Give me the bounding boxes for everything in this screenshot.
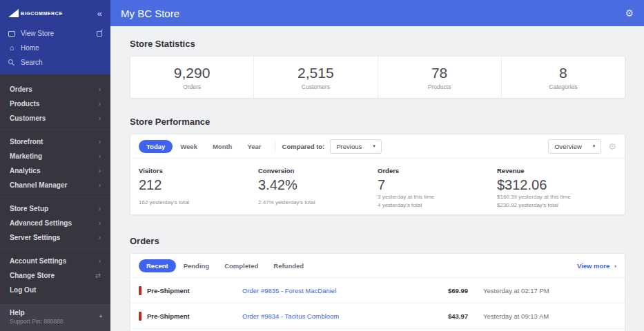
metric-value: 7 [378, 177, 490, 193]
sidebar-item-marketing[interactable]: Marketing › [0, 149, 110, 163]
compared-to-select[interactable]: Previous ▾ [330, 139, 381, 154]
tab-today[interactable]: Today [139, 140, 173, 153]
chevron-right-icon: › [99, 181, 101, 189]
sidebar-item-label: View Store [21, 30, 54, 37]
menu-group-marketing: Storefront › Marketing › Analytics › Cha… [0, 130, 110, 197]
gear-icon[interactable]: ⚙ [608, 142, 616, 151]
sidebar-item-customers[interactable]: Customers › [0, 111, 110, 126]
overview-value: Overview [554, 143, 582, 150]
performance-toolbar: Today Week Month Year Compared to: Previ… [130, 134, 625, 158]
table-row: Pre-Shipment Order #9835 - Forest MacDan… [130, 277, 625, 303]
main-area: My BC Store ⚙ Store Statistics 9,290 Ord… [110, 0, 644, 331]
tab-completed[interactable]: Completed [217, 259, 266, 272]
storefront-icon [8, 31, 15, 37]
sidebar-item-server-settings[interactable]: Server Settings › [0, 230, 110, 245]
tab-year[interactable]: Year [240, 140, 269, 153]
metric-value: 212 [139, 177, 251, 193]
table-row: Pre-Shipment Order #9834 - Tacitus Cornb… [130, 303, 625, 328]
sidebar-item-orders[interactable]: Orders › [0, 82, 110, 97]
tab-recent[interactable]: Recent [139, 259, 176, 272]
chevron-right-icon: › [99, 138, 101, 146]
home-icon: ⌂ [8, 44, 15, 52]
compared-to-value: Previous [336, 143, 362, 150]
metric-conversion: Conversion 3.42% 2.47% yesterday's total [258, 167, 378, 207]
metric-subtext: 162 yesterday's total [139, 199, 251, 207]
chevron-right-icon: › [99, 167, 101, 174]
sidebar-item-store-setup[interactable]: Store Setup › [0, 201, 110, 216]
chevron-down-icon: ▾ [373, 143, 375, 149]
tab-week[interactable]: Week [173, 140, 205, 153]
metric-revenue: Revenue $312.06 $160.39 yesterday at thi… [497, 167, 616, 207]
chevron-right-icon: › [99, 152, 101, 160]
help-label: Help [10, 309, 101, 317]
sidebar-item-analytics[interactable]: Analytics › [0, 163, 110, 178]
sidebar-item-search[interactable]: Search [0, 55, 110, 70]
sidebar-item-account-settings[interactable]: Account Settings › [0, 254, 110, 268]
chevron-right-icon: › [614, 263, 616, 270]
menu-item-label: Server Settings [10, 234, 60, 241]
order-link[interactable]: Order #9835 - Forest MacDaniel [242, 287, 416, 294]
metric-label: Visitors [139, 167, 251, 174]
menu-item-label: Store Setup [10, 205, 48, 212]
status-label: Pre-Shipment [147, 287, 190, 294]
sidebar-item-label: Search [21, 59, 43, 66]
overview-select[interactable]: Overview ▾ [548, 139, 601, 154]
metric-label: Conversion [258, 167, 371, 174]
tab-refunded[interactable]: Refunded [266, 259, 311, 272]
table-row: Completed Order #9833 - Robert Robertson… [130, 328, 625, 331]
sidebar-collapse-icon[interactable]: « [97, 9, 102, 18]
bigcommerce-sail-icon [8, 9, 19, 17]
store-title: My BC Store [121, 8, 179, 19]
chevron-right-icon: › [99, 205, 101, 212]
metric-label: Orders [378, 167, 490, 174]
sidebar-item-storefront[interactable]: Storefront › [0, 134, 110, 149]
search-icon [8, 59, 15, 66]
compared-to-label: Compared to: [282, 143, 325, 150]
sidebar-item-log-out[interactable]: Log Out [0, 283, 110, 297]
stat-value: 78 [431, 65, 447, 81]
chevron-up-icon: ▴ [99, 312, 102, 319]
sidebar-item-change-store[interactable]: Change Store ⇄ [0, 268, 110, 283]
support-pin: Support Pin: 888888 [10, 318, 101, 325]
sidebar-item-channel-manager[interactable]: Channel Manager › [0, 178, 110, 192]
swap-arrows-icon: ⇄ [95, 272, 101, 279]
stat-label: Orders [183, 83, 201, 90]
gear-icon[interactable]: ⚙ [625, 8, 634, 18]
top-header-bar: My BC Store ⚙ [110, 0, 644, 26]
sidebar-item-view-store[interactable]: View Store [0, 26, 110, 41]
menu-item-label: Marketing [10, 152, 42, 160]
sidebar-item-products[interactable]: Products › [0, 97, 110, 111]
status-color-bar [139, 286, 142, 295]
metric-orders: Orders 7 3 yesterday at this time 4 yest… [378, 167, 497, 207]
tab-pending[interactable]: Pending [176, 259, 217, 272]
stat-customers: 2,515 Customers [254, 57, 378, 98]
toolbar-divider [275, 141, 275, 152]
chevron-right-icon: › [99, 114, 101, 122]
sidebar: BIGCOMMERCE « View Store ⌂ Home Search [0, 0, 110, 331]
sidebar-item-advanced-settings[interactable]: Advanced Settings › [0, 216, 110, 230]
performance-metrics: Visitors 212 162 yesterday's total Conve… [130, 158, 625, 214]
stat-orders: 9,290 Orders [130, 57, 254, 98]
view-more-label: View more [577, 262, 609, 270]
dashboard-content: Store Statistics 9,290 Orders 2,515 Cust… [110, 26, 644, 331]
store-performance-heading: Store Performance [130, 117, 625, 128]
metric-label: Revenue [497, 167, 609, 174]
logo-wordmark: BIGCOMMERCE [21, 11, 63, 16]
sidebar-item-label: Home [21, 44, 39, 52]
chevron-right-icon: › [99, 257, 101, 265]
order-date: Yesterday at 09:13 AM [468, 312, 616, 320]
chevron-right-icon: › [99, 100, 101, 108]
sidebar-item-home[interactable]: ⌂ Home [0, 41, 110, 55]
help-panel[interactable]: Help Support Pin: 888888 ▴ [0, 304, 110, 331]
stat-categories: 8 Categories [502, 57, 625, 98]
order-amount: $69.99 [416, 287, 468, 294]
order-link[interactable]: Order #9834 - Tacitus Cornbloom [242, 312, 416, 320]
order-status: Pre-Shipment [139, 312, 242, 321]
menu-item-label: Customers [10, 114, 46, 122]
view-more-link[interactable]: View more › [577, 262, 616, 270]
bigcommerce-logo: BIGCOMMERCE [8, 9, 63, 17]
chevron-right-icon: › [99, 219, 101, 227]
tab-month[interactable]: Month [205, 140, 240, 153]
stat-value: 2,515 [297, 65, 334, 81]
order-date: Yesterday at 02:17 PM [468, 287, 616, 294]
